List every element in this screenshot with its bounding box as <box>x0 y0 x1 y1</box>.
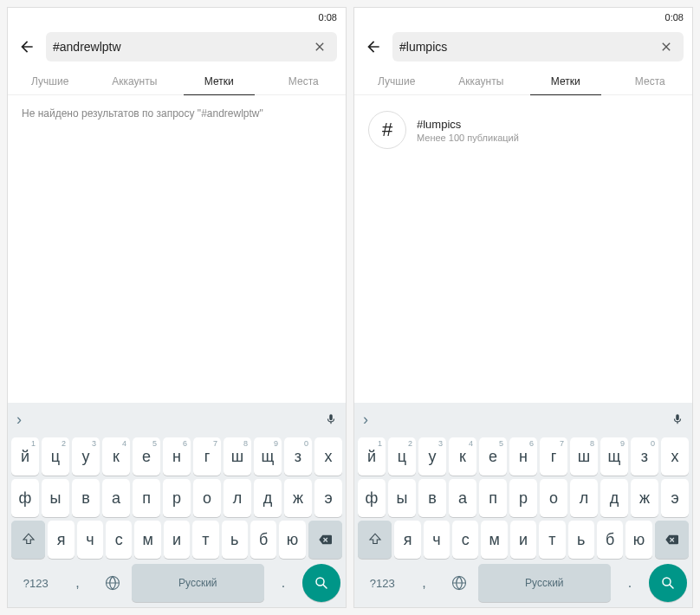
letter-key[interactable]: п <box>133 479 160 517</box>
letter-key[interactable]: щ9 <box>254 437 282 476</box>
clear-button[interactable] <box>656 40 677 54</box>
backspace-icon <box>315 533 334 547</box>
tab-places[interactable]: Места <box>608 67 693 94</box>
letter-key[interactable]: н6 <box>163 437 191 476</box>
chevron-right-icon[interactable]: › <box>363 411 368 429</box>
letter-key[interactable]: б <box>597 521 623 559</box>
letter-key[interactable]: р <box>163 479 191 517</box>
letter-key[interactable]: м <box>134 521 160 559</box>
letter-key[interactable]: а <box>449 479 476 517</box>
space-key[interactable]: Русский <box>478 564 611 602</box>
letter-key[interactable]: ч <box>77 521 103 559</box>
letter-key[interactable]: п <box>479 479 507 517</box>
period-key[interactable]: . <box>614 564 645 602</box>
letter-key[interactable]: у3 <box>72 437 100 476</box>
search-key[interactable] <box>302 564 340 602</box>
tab-best[interactable]: Лучшие <box>354 67 439 94</box>
search-input[interactable] <box>53 40 309 54</box>
letter-key[interactable]: ч <box>424 521 450 559</box>
letter-key[interactable]: ж <box>631 479 658 517</box>
letter-key[interactable]: л <box>570 479 598 517</box>
letter-key[interactable]: в <box>418 479 446 517</box>
letter-key[interactable]: е5 <box>479 437 507 476</box>
comma-key[interactable]: , <box>408 564 439 602</box>
letter-key[interactable]: б <box>250 521 276 559</box>
letter-key[interactable]: ю <box>625 521 651 559</box>
letter-key[interactable]: р <box>509 479 537 517</box>
letter-key[interactable]: в <box>72 479 100 517</box>
tab-tags[interactable]: Метки <box>523 67 608 94</box>
space-key[interactable]: Русский <box>132 564 264 602</box>
letter-key[interactable]: ы <box>388 479 416 517</box>
letter-key[interactable]: я <box>394 521 420 559</box>
letter-key[interactable]: ш8 <box>224 437 251 476</box>
backspace-key[interactable] <box>655 521 689 559</box>
letter-key[interactable]: з0 <box>631 437 658 476</box>
letter-key[interactable]: г7 <box>193 437 221 476</box>
tab-accounts[interactable]: Аккаунты <box>439 67 524 94</box>
search-input[interactable] <box>399 40 656 54</box>
shift-key[interactable] <box>11 521 45 559</box>
chevron-right-icon[interactable]: › <box>16 411 22 429</box>
tab-tags[interactable]: Метки <box>177 67 262 94</box>
comma-key[interactable]: , <box>62 564 93 602</box>
letter-key[interactable]: ь <box>222 521 248 559</box>
letter-key[interactable]: с <box>106 521 132 559</box>
letter-key[interactable]: ь <box>568 521 594 559</box>
tab-accounts[interactable]: Аккаунты <box>93 67 178 94</box>
mic-icon[interactable] <box>325 411 337 427</box>
search-box[interactable] <box>46 32 337 62</box>
letter-key[interactable]: т <box>539 521 565 559</box>
letter-key[interactable]: д <box>254 479 282 517</box>
letter-key[interactable]: к4 <box>449 437 476 476</box>
letter-key[interactable]: й1 <box>11 437 39 476</box>
period-key[interactable]: . <box>268 564 299 602</box>
letter-key[interactable]: э <box>314 479 342 517</box>
mic-icon[interactable] <box>671 411 684 427</box>
back-button[interactable] <box>16 36 37 57</box>
letter-key[interactable]: х <box>314 437 342 476</box>
letter-key[interactable]: и <box>510 521 536 559</box>
shift-key[interactable] <box>358 521 392 559</box>
letter-key[interactable]: о <box>540 479 567 517</box>
letter-key[interactable]: о <box>193 479 221 517</box>
hashtag-result[interactable]: # #lumpics Менее 100 публикаций <box>368 107 678 152</box>
letter-key[interactable]: с <box>452 521 478 559</box>
language-key[interactable] <box>444 564 475 602</box>
letter-key[interactable]: ц2 <box>42 437 69 476</box>
search-key[interactable] <box>649 564 687 602</box>
letter-key[interactable]: е5 <box>133 437 160 476</box>
letter-key[interactable]: я <box>48 521 74 559</box>
tab-places[interactable]: Места <box>262 67 347 94</box>
letter-key[interactable]: ю <box>279 521 305 559</box>
letter-key[interactable]: з0 <box>284 437 312 476</box>
search-box[interactable] <box>392 32 684 62</box>
letter-key[interactable]: и <box>164 521 190 559</box>
tab-best[interactable]: Лучшие <box>8 67 93 94</box>
back-button[interactable] <box>363 36 384 57</box>
letter-key[interactable]: ш8 <box>570 437 598 476</box>
numbers-key[interactable]: ?123 <box>13 564 58 602</box>
letter-key[interactable]: й1 <box>358 437 386 476</box>
letter-key[interactable]: ф <box>11 479 39 517</box>
letter-key[interactable]: л <box>224 479 251 517</box>
letter-key[interactable]: ц2 <box>388 437 416 476</box>
numbers-key[interactable]: ?123 <box>360 564 405 602</box>
letter-key[interactable]: ж <box>284 479 312 517</box>
letter-key[interactable]: н6 <box>509 437 537 476</box>
letter-key[interactable]: ы <box>42 479 69 517</box>
letter-key[interactable]: м <box>481 521 507 559</box>
clear-button[interactable] <box>309 40 330 54</box>
language-key[interactable] <box>97 564 128 602</box>
letter-key[interactable]: щ9 <box>600 437 628 476</box>
letter-key[interactable]: а <box>102 479 130 517</box>
backspace-key[interactable] <box>308 521 342 559</box>
letter-key[interactable]: э <box>661 479 689 517</box>
letter-key[interactable]: ф <box>358 479 386 517</box>
letter-key[interactable]: х <box>661 437 689 476</box>
letter-key[interactable]: т <box>192 521 218 559</box>
letter-key[interactable]: у3 <box>418 437 446 476</box>
letter-key[interactable]: д <box>600 479 628 517</box>
letter-key[interactable]: г7 <box>540 437 567 476</box>
letter-key[interactable]: к4 <box>102 437 130 476</box>
